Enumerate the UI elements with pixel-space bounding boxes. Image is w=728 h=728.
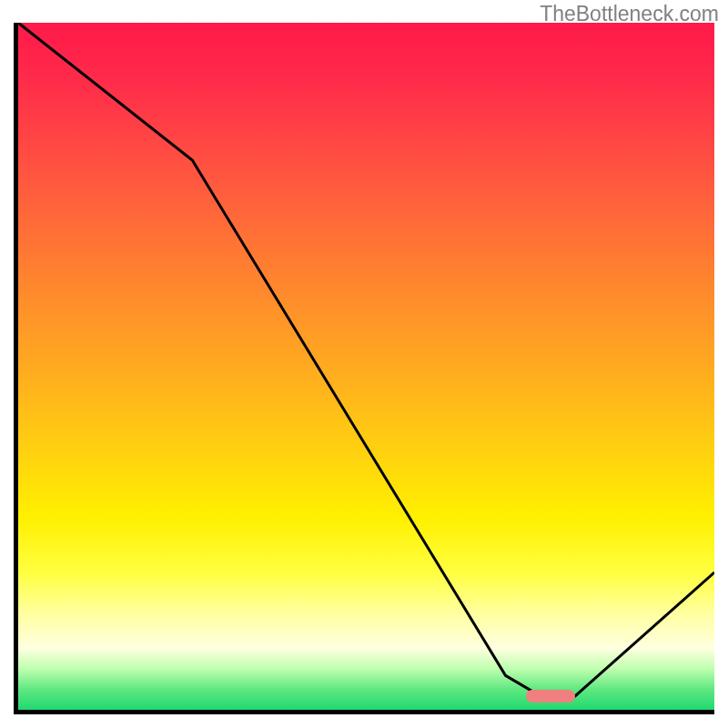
chart-line-curve bbox=[18, 23, 714, 710]
chart-marker bbox=[526, 690, 575, 703]
chart-plot-area bbox=[14, 23, 714, 714]
